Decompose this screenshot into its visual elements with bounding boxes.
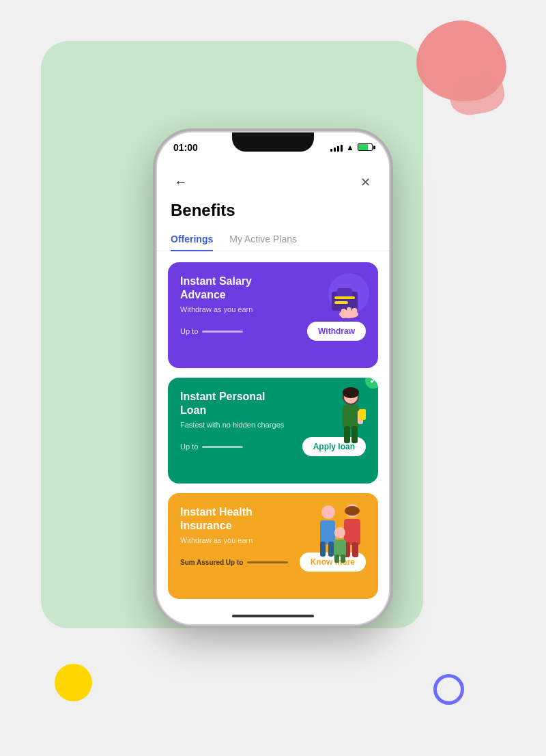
svg-rect-3 (334, 296, 355, 299)
health-insurance-card: Instant Health Insurance Withdraw as you… (168, 493, 378, 599)
health-insurance-amount-label: Sum Assured Up to (180, 559, 243, 566)
svg-rect-25 (352, 542, 358, 557)
svg-point-17 (321, 505, 335, 519)
svg-rect-2 (337, 288, 352, 296)
tab-bar: Offerings My Active Plans (157, 228, 389, 251)
decoration-yellow-circle (55, 664, 92, 701)
svg-point-22 (345, 506, 360, 516)
health-insurance-illustration (308, 499, 373, 570)
status-time: 01:00 (173, 142, 198, 153)
svg-rect-6 (341, 309, 346, 318)
svg-rect-15 (344, 426, 350, 443)
svg-rect-19 (320, 542, 326, 557)
health-insurance-amount-value (247, 561, 288, 563)
wifi-icon: ▲ (346, 143, 354, 152)
svg-rect-27 (334, 540, 346, 557)
signal-icon (330, 143, 343, 152)
svg-point-11 (343, 387, 359, 398)
back-button[interactable]: ← (171, 172, 191, 193)
cards-container: Instant Salary Advance Withdraw as you e… (157, 251, 389, 608)
close-button[interactable]: ✕ (355, 172, 375, 193)
battery-icon (358, 143, 373, 151)
personal-loan-amount-value (202, 446, 243, 448)
svg-rect-18 (320, 520, 335, 544)
svg-rect-14 (359, 409, 366, 420)
tab-active-plans[interactable]: My Active Plans (229, 228, 297, 251)
svg-rect-12 (343, 405, 359, 429)
svg-rect-8 (352, 308, 357, 317)
svg-rect-4 (334, 301, 348, 304)
salary-advance-card: Instant Salary Advance Withdraw as you e… (168, 262, 378, 368)
phone-frame: 01:00 ▲ ← ✕ Benefits (157, 132, 389, 624)
notch (232, 132, 314, 152)
home-indicator (157, 608, 389, 624)
decoration-coral (410, 14, 512, 110)
page-title-section: Benefits (157, 198, 389, 228)
home-bar (232, 615, 314, 617)
health-insurance-amount: Sum Assured Up to (180, 559, 288, 566)
top-navigation: ← ✕ (157, 163, 389, 198)
health-insurance-title: Instant Health Insurance (180, 505, 283, 534)
status-bar: 01:00 ▲ (157, 132, 389, 163)
decoration-blue-ring (433, 674, 464, 705)
svg-rect-20 (328, 542, 334, 557)
page-title: Benefits (171, 201, 375, 220)
personal-loan-card: ✓ (168, 378, 378, 484)
svg-rect-7 (347, 307, 351, 317)
salary-advance-title: Instant Salary Advance (180, 275, 283, 303)
personal-loan-title: Instant Personal Loan (180, 390, 283, 419)
tab-offerings[interactable]: Offerings (171, 228, 213, 251)
salary-advance-amount-label: Up to (180, 327, 198, 335)
screen-content: ← ✕ Benefits Offerings My Active Plans (157, 163, 389, 608)
salary-advance-amount-value (202, 331, 243, 333)
svg-rect-23 (344, 519, 360, 545)
personal-loan-amount: Up to (180, 443, 243, 451)
svg-rect-16 (351, 426, 358, 443)
svg-rect-29 (341, 555, 345, 563)
personal-loan-illustration (311, 383, 373, 454)
salary-advance-illustration (311, 268, 373, 332)
personal-loan-amount-label: Up to (180, 443, 198, 451)
svg-point-26 (334, 527, 345, 538)
salary-advance-amount: Up to (180, 327, 243, 335)
svg-rect-28 (334, 555, 339, 563)
status-icons: ▲ (330, 143, 373, 152)
